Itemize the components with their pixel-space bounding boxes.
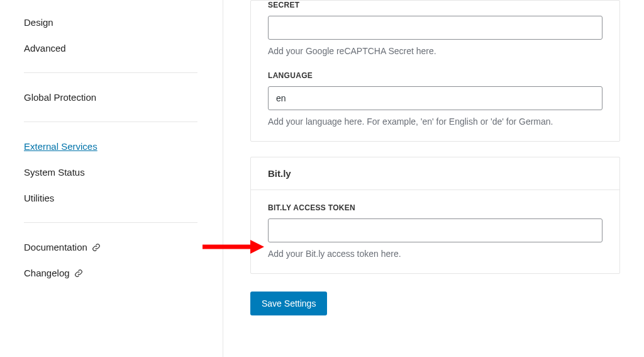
sidebar-item-system-status[interactable]: System Status: [24, 159, 197, 185]
language-helper: Add your language here. For example, 'en…: [268, 116, 602, 127]
sidebar-divider: [24, 222, 197, 223]
secret-label: SECRET: [268, 1, 602, 9]
main-content: SECRET Add your Google reCAPTCHA Secret …: [223, 0, 644, 357]
sidebar-item-documentation[interactable]: Documentation: [24, 234, 197, 260]
bitly-card: Bit.ly BIT.LY ACCESS TOKEN Add your Bit.…: [250, 157, 620, 274]
bitly-title: Bit.ly: [251, 157, 619, 190]
sidebar-divider: [24, 72, 197, 73]
bitly-token-input[interactable]: [268, 218, 602, 242]
secret-helper: Add your Google reCAPTCHA Secret here.: [268, 46, 602, 56]
sidebar-divider: [24, 122, 197, 122]
bitly-token-helper: Add your Bit.ly access token here.: [268, 249, 602, 259]
sidebar: Design Advanced Global Protection Extern…: [0, 0, 223, 357]
language-label: LANGUAGE: [268, 71, 602, 80]
sidebar-item-changelog[interactable]: Changelog: [24, 260, 197, 286]
sidebar-item-design[interactable]: Design: [24, 9, 197, 35]
secret-input[interactable]: [268, 16, 602, 40]
link-icon: [74, 269, 83, 278]
sidebar-item-advanced[interactable]: Advanced: [24, 35, 197, 61]
sidebar-item-label: Documentation: [24, 242, 87, 252]
recaptcha-card: SECRET Add your Google reCAPTCHA Secret …: [250, 0, 620, 142]
sidebar-item-label: Changelog: [24, 268, 70, 278]
link-icon: [92, 243, 101, 252]
sidebar-item-external-services[interactable]: External Services: [24, 133, 197, 159]
sidebar-item-utilities[interactable]: Utilities: [24, 185, 197, 211]
sidebar-item-global-protection[interactable]: Global Protection: [24, 84, 197, 110]
language-input[interactable]: [268, 86, 602, 110]
bitly-token-label: BIT.LY ACCESS TOKEN: [268, 203, 602, 212]
save-settings-button[interactable]: Save Settings: [250, 292, 327, 315]
